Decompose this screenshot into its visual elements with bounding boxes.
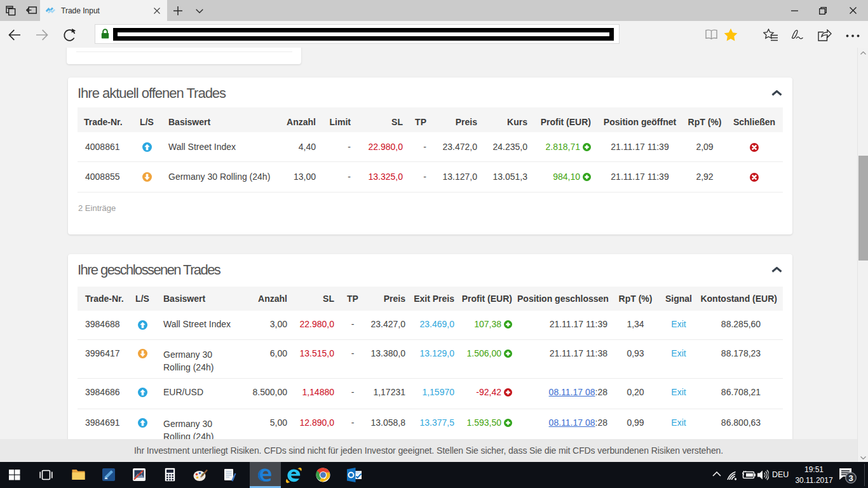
svg-text:3: 3 bbox=[848, 473, 853, 483]
